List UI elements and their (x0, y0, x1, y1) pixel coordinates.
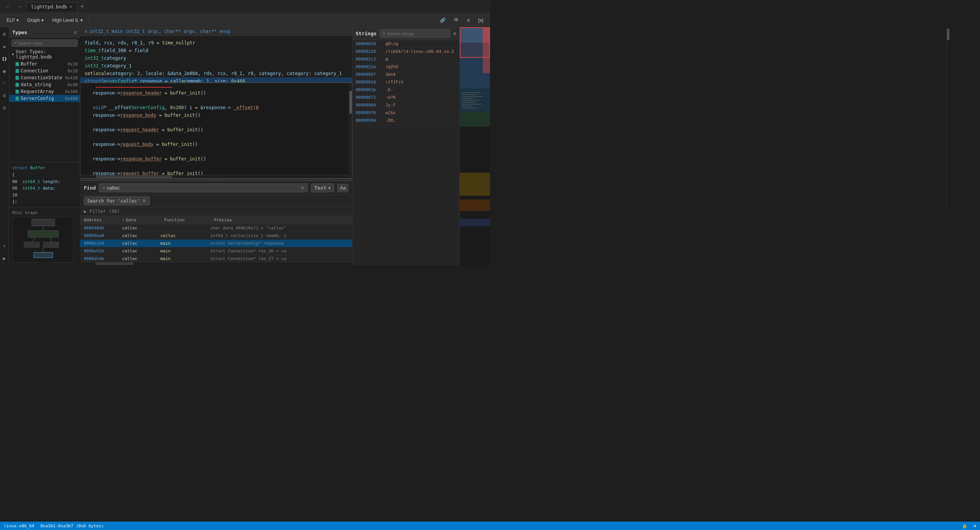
menu-button[interactable]: ≡ (464, 16, 473, 25)
sidebar-icon-branch[interactable]: ⑂ (1, 79, 8, 87)
svg-rect-25 (460, 200, 490, 211)
strings-search-input[interactable] (387, 31, 448, 36)
scrollbar-thumb[interactable] (350, 91, 352, 114)
struct-icon: S (15, 97, 19, 101)
svg-rect-12 (460, 111, 490, 127)
string-row[interactable]: 0000096d Jy.F (353, 101, 459, 109)
plugin-button[interactable]: {x} (475, 16, 487, 25)
mini-graph-canvas (12, 217, 74, 263)
strings-menu-icon[interactable]: ≡ (453, 31, 456, 36)
lang-button[interactable]: 中 (451, 15, 462, 25)
string-row[interactable]: 0000032a (@Z%0 (353, 63, 459, 71)
svg-rect-23 (462, 108, 478, 108)
string-row[interactable]: 00000238 /lib64/ld-linux-x86-64.so.2 (353, 48, 459, 56)
types-menu-icon[interactable]: ≡ (74, 29, 77, 35)
strings-search-box[interactable]: ⌕ (380, 29, 450, 38)
code-line: int32_t category (80, 54, 352, 62)
graph-line: response->response_header = buffer_init(… (88, 89, 344, 104)
add-tab-button[interactable]: + (79, 3, 85, 10)
graph-dropdown[interactable]: Graph ▾ (24, 16, 47, 25)
types-search-input[interactable] (18, 41, 75, 46)
string-row[interactable]: 0000003b ,E-` (353, 86, 459, 94)
search-tag-close-button[interactable]: ✕ (142, 198, 146, 204)
string-row[interactable]: 00000872 ~d?R (353, 94, 459, 101)
find-case-button[interactable]: Aa (337, 184, 348, 192)
il-dropdown[interactable]: High Level IL ▾ (49, 16, 86, 25)
find-input-wrap[interactable]: ⌕ ✕ (99, 183, 308, 192)
string-row[interactable]: 00000994 -D8, (353, 117, 459, 124)
forward-button[interactable]: → (15, 2, 24, 11)
item-name: data_string (21, 82, 51, 87)
tree-item-serverconfig[interactable]: S ServerConfig 0x468 (9, 95, 80, 102)
string-row[interactable]: 00000976 w2$s (353, 109, 459, 117)
item-size: 0x10 (68, 62, 78, 67)
svg-rect-15 (462, 92, 481, 93)
string-addr: 0000096d (356, 103, 382, 108)
find-type-dropdown[interactable]: Text ▾ (311, 183, 334, 192)
find-filter[interactable]: ▶ Filter (50) (80, 207, 352, 216)
row-data: calloc (122, 249, 160, 254)
string-value: -D8, (385, 118, 456, 123)
string-row[interactable]: 00000034 @8\t@ (353, 40, 459, 48)
back-button[interactable]: ← (3, 2, 13, 11)
elf-dropdown[interactable]: ELF ▾ (3, 16, 22, 25)
minimap-svg (460, 27, 490, 265)
string-row[interactable]: 00000807 Zmh4 (353, 71, 459, 79)
sidebar-icon-home[interactable]: ⊞ (1, 30, 8, 38)
string-row[interactable]: 00000816 \tTJF)V (353, 79, 459, 86)
h-scrollbar-thumb[interactable] (96, 175, 172, 178)
link-button[interactable]: 🔗 (436, 16, 449, 25)
item-size: 0x388 (65, 89, 78, 94)
tree-root[interactable]: ▾ User Types: lighttpd.bndb (9, 48, 80, 61)
find-input[interactable] (107, 185, 299, 191)
string-addr: 000002c3 (356, 57, 382, 62)
svg-rect-24 (460, 173, 490, 196)
find-h-scrollbar[interactable] (80, 262, 352, 265)
sidebar-icon-bug[interactable]: ⚙ (1, 92, 8, 99)
tab-lighttpd[interactable]: lighttpd.bndb ✕ (26, 2, 77, 11)
tab-label: lighttpd.bndb (31, 4, 67, 10)
struct-field-2: 08 int64_t data; (12, 185, 77, 192)
tab-close-button[interactable]: ✕ (69, 5, 72, 9)
svg-line-6 (32, 237, 36, 242)
types-search-box[interactable]: ⌕ (11, 39, 78, 47)
string-value: Jy.F (385, 103, 456, 108)
tree-item-buffer[interactable]: S Buffer 0x10 (9, 61, 80, 67)
row-func: main (160, 256, 210, 261)
find-row[interactable]: 0000484b calloc char data_484b[0x7] = "c… (80, 224, 352, 232)
find-row[interactable]: 0000a3a9 calloc main struct ServerConfig… (80, 240, 352, 247)
graph-chevron-icon: ▾ (41, 18, 44, 23)
tree-item-connection[interactable]: S Connection 0x18 (9, 67, 80, 74)
sidebar-icon-types[interactable]: {} (1, 55, 8, 62)
sidebar-icon-tag[interactable]: ◈ (1, 43, 8, 50)
row-data: calloc (122, 233, 160, 238)
sidebar-icon-search[interactable]: ⌕ (1, 242, 8, 250)
svg-rect-14 (483, 43, 490, 73)
struct-field-3: 10 (12, 192, 77, 199)
struct-field-1: 00 int64_t length; (12, 178, 77, 185)
row-addr: 0000a3a9 (84, 241, 122, 246)
tree-item-requestarray[interactable]: S RequestArray 0x388 (9, 88, 80, 95)
filter-expand-icon: ▶ (84, 209, 87, 214)
find-h-thumb[interactable] (95, 262, 134, 265)
tree-item-connectionstate[interactable]: S ConnectionState 0x428 (9, 74, 80, 81)
find-row[interactable]: 0000a52b calloc main struct Connection* … (80, 247, 352, 255)
sidebar-icon-grid[interactable]: ⊟ (1, 104, 8, 111)
svg-rect-21 (462, 104, 482, 105)
string-value: /lib64/ld-linux-x86-64.so.2 (385, 49, 456, 54)
mini-graph-section: Mini Graph (9, 208, 80, 265)
string-addr: 00000872 (356, 95, 382, 100)
string-row[interactable]: 000002c3 @ (353, 56, 459, 63)
item-name: ServerConfig (21, 96, 54, 101)
sidebar-icon-person[interactable]: ◉ (1, 67, 8, 75)
tree-item-data-string[interactable]: S data_string 0x48 (9, 81, 80, 88)
strings-list: 00000034 @8\t@ 00000238 /lib64/ld-linux-… (353, 40, 459, 265)
vertical-scrollbar[interactable] (349, 83, 352, 178)
sidebar-icon-terminal[interactable]: ▶ (1, 254, 8, 262)
find-row[interactable]: 00009ea0 calloc calloc int64_t calloc(si… (80, 232, 352, 240)
horizontal-scrollbar[interactable] (80, 175, 349, 178)
find-clear-button[interactable]: ✕ (301, 185, 304, 191)
il-label: High Level IL (52, 18, 79, 23)
string-value: @8\t@ (385, 41, 456, 46)
find-row[interactable]: 0000a54b calloc main struct Connection* … (80, 255, 352, 262)
